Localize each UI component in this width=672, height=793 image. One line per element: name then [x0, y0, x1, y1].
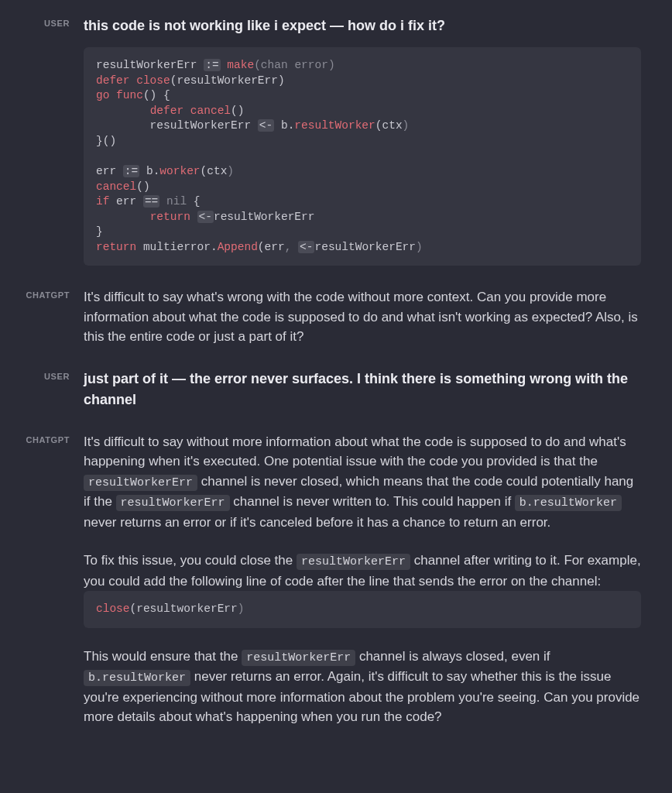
code-token: ) [238, 602, 245, 615]
code-token: ) [227, 165, 234, 177]
code-token: err [109, 195, 143, 208]
code-token: go [96, 89, 109, 101]
code-token: b [274, 119, 287, 132]
code-token: close [136, 74, 170, 87]
code-block-go: resultWorkerErr := make(chan error) defe… [84, 47, 641, 266]
inline-code: resultWorkerErr [297, 554, 410, 570]
code-token: error [294, 59, 328, 71]
code-token: err [96, 165, 123, 177]
assistant-message-text: It's difficult to say what's wrong with … [84, 287, 641, 347]
code-token: <- [298, 241, 314, 253]
code-token: () [231, 105, 244, 117]
code-token: defer [96, 74, 130, 87]
code-token: Append [218, 241, 258, 253]
code-token [130, 74, 137, 87]
code-token: return [150, 211, 190, 223]
assistant-paragraph: It's difficult to say without more infor… [84, 432, 641, 533]
message-row-assistant-1: CHATGPT It's difficult to say what's wro… [15, 287, 641, 347]
code-token: if [96, 195, 109, 208]
code-token: resultWorkerErr [214, 211, 315, 223]
role-label-assistant: CHATGPT [15, 432, 84, 727]
code-token [159, 195, 166, 208]
code-token: <- [197, 211, 214, 223]
code-token [96, 211, 150, 223]
message-row-user-1: USER this code is not working like i exp… [15, 15, 641, 266]
code-token: func [116, 89, 143, 101]
message-content: this code is not working like i expect —… [84, 15, 641, 266]
code-token: ( [254, 59, 261, 71]
code-token: := [204, 59, 220, 71]
user-message-text: just part of it — the error never surfac… [84, 369, 641, 410]
code-token: }() [96, 135, 116, 147]
code-token: nil [166, 195, 187, 208]
assistant-paragraph: This would ensure that the resultWorkerE… [84, 647, 641, 727]
inline-code: resultWorkerErr [116, 495, 230, 511]
code-token: <- [258, 119, 274, 132]
user-message-text: this code is not working like i expect —… [84, 15, 641, 36]
role-label-assistant: CHATGPT [15, 287, 84, 347]
code-token: ) [328, 59, 335, 71]
code-token: ( [130, 602, 137, 615]
code-token: close [96, 602, 130, 615]
inline-code: resultWorkerErr [84, 475, 197, 491]
code-token: resultWorkerErr [314, 241, 416, 253]
message-content: just part of it — the error never surfac… [84, 369, 641, 410]
code-token: } [96, 225, 103, 238]
code-token: ctx [382, 119, 402, 132]
code-token: worker [159, 165, 200, 177]
code-token: cancel [96, 180, 136, 193]
code-token: chan [261, 59, 288, 71]
assistant-message-content: It's difficult to say without more infor… [84, 432, 641, 727]
role-label-user: USER [15, 15, 84, 266]
code-token: cancel [190, 105, 231, 117]
code-token: defer [150, 105, 184, 117]
code-token: ) [278, 74, 285, 87]
code-token: ctx [207, 165, 227, 177]
inline-code: b.resultWorker [515, 495, 622, 511]
code-token [96, 105, 150, 117]
code-token: resultWorkerErr [96, 59, 204, 71]
code-token: err [265, 241, 285, 253]
code-token: ( [258, 241, 265, 253]
code-token: . [211, 241, 218, 253]
code-token: ( [201, 165, 207, 177]
code-token: resultWorkerErr [96, 119, 258, 132]
code-token: resultWorkerErr [177, 74, 278, 87]
code-token: ) [416, 241, 423, 253]
inline-code: b.resultWorker [84, 670, 190, 686]
code-token: () { [143, 89, 170, 101]
code-token [190, 211, 197, 223]
message-row-assistant-2: CHATGPT It's difficult to say without mo… [15, 432, 641, 727]
message-row-user-2: USER just part of it — the error never s… [15, 369, 641, 410]
code-token: := [123, 165, 139, 177]
code-token: b [139, 165, 153, 177]
role-label-user: USER [15, 369, 84, 410]
code-token: multierror [136, 241, 211, 253]
code-token [109, 89, 116, 101]
code-token [183, 105, 190, 117]
code-token: return [96, 241, 136, 253]
code-block-fix: close(resultworkerErr) [84, 591, 641, 628]
code-token: () [136, 180, 149, 193]
assistant-paragraph: To fix this issue, you could close the r… [84, 551, 641, 591]
code-token: { [187, 195, 200, 208]
code-token: make [227, 59, 254, 71]
code-token [291, 241, 298, 253]
inline-code: resultWorkerErr [242, 650, 355, 666]
code-token: ) [403, 119, 410, 132]
code-token: == [143, 195, 159, 208]
code-token: resultworkerErr [136, 602, 238, 615]
code-token: resultWorker [294, 119, 375, 132]
